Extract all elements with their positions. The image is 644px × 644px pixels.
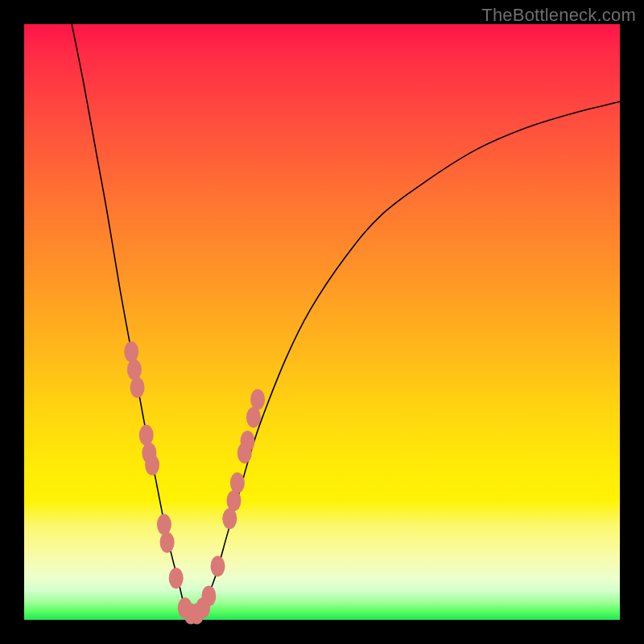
highlight-blob bbox=[246, 407, 261, 427]
highlight-blob bbox=[241, 431, 255, 452]
highlight-blob bbox=[250, 389, 265, 410]
chart-frame: TheBottleneck.com bbox=[0, 0, 644, 644]
highlight-blob bbox=[145, 455, 159, 476]
plot-area bbox=[24, 24, 620, 620]
highlight-blob bbox=[211, 555, 225, 576]
highlight-blob bbox=[139, 425, 154, 446]
highlight-blobs bbox=[124, 341, 265, 625]
bottleneck-curve bbox=[72, 24, 620, 618]
highlight-blob bbox=[157, 514, 171, 535]
watermark-text: TheBottleneck.com bbox=[481, 5, 636, 26]
highlight-blob bbox=[124, 341, 138, 362]
highlight-blob bbox=[227, 490, 242, 511]
plot-svg bbox=[24, 24, 620, 620]
highlight-blob bbox=[127, 359, 142, 380]
highlight-blob bbox=[130, 377, 145, 398]
highlight-blob bbox=[230, 473, 245, 493]
highlight-blob bbox=[169, 568, 184, 588]
highlight-blob bbox=[222, 508, 237, 529]
highlight-blob bbox=[160, 532, 175, 553]
highlight-blob bbox=[201, 585, 216, 606]
